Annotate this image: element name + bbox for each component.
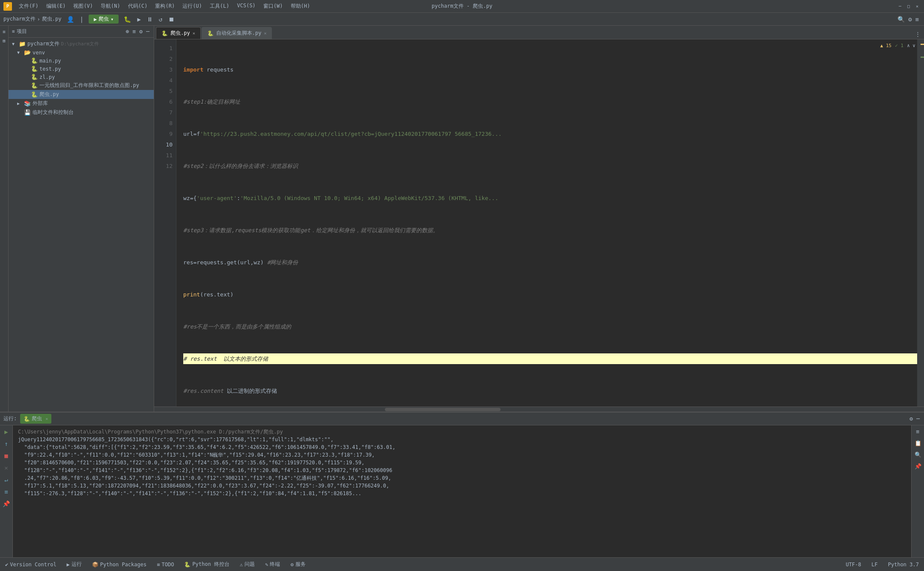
tab-crawler[interactable]: 🐍 爬虫.py ✕ <box>156 27 201 39</box>
hscroll-thumb[interactable] <box>385 408 501 411</box>
tree-zl-py[interactable]: 🐍 zl.py <box>9 73 154 81</box>
status-encoding[interactable]: UTF-8 <box>844 561 863 568</box>
status-run[interactable]: ▶ 运行 <box>65 560 83 569</box>
comment-10: # res.text 以文本的形式存储 <box>183 353 268 364</box>
run-output[interactable]: C:\Users\jenny\AppData\Local\Programs\Py… <box>13 425 911 557</box>
code-content[interactable]: import requests #step1:确定目标网址 url=f'http… <box>176 39 917 407</box>
run-button[interactable]: ▶ 爬虫 ▾ <box>89 15 119 24</box>
status-services[interactable]: ⚙ 服务 <box>289 560 307 569</box>
run-settings-icon[interactable]: ⚙ <box>909 415 914 423</box>
pause-icon[interactable]: ⏹ <box>167 15 176 24</box>
status-version-control[interactable]: ✔ Version Control <box>3 561 58 568</box>
tab-options[interactable]: ⋮ <box>912 29 924 39</box>
panel-collapse-icon[interactable]: ≡ <box>132 27 137 36</box>
tree-main-py[interactable]: 🐍 main.py <box>9 57 154 65</box>
code-text: requests <box>203 64 233 75</box>
run-output-line-1: jQuery1124020177006179756685_17236506318… <box>18 436 906 443</box>
run-stop-icon[interactable]: ■ <box>3 451 9 460</box>
comment-4: #step2：以什么样的身份去请求：浏览器标识 <box>183 161 298 171</box>
panel-settings-icon[interactable]: ⚙ <box>138 27 143 36</box>
toolbar-icon-1[interactable]: 👤 <box>65 15 76 24</box>
run-left-controls: ▶ ↑ ■ ✕ ↵ ≡ 📌 <box>0 425 13 557</box>
run-play-icon[interactable]: ▶ <box>3 427 9 436</box>
breadcrumb: pycharm文件 › 爬虫.py <box>3 15 62 23</box>
code-line-6: #step3：请求数据,requests模块的获取功能get．给定网址和身份，就… <box>183 225 917 236</box>
tab-close-1[interactable]: ✕ <box>193 31 195 36</box>
tree-crawler-py[interactable]: 🐍 爬虫.py <box>9 90 154 99</box>
run-wrap-icon[interactable]: ↵ <box>3 475 9 484</box>
stop-icon[interactable]: ⏸ <box>145 15 155 24</box>
run-pin-icon[interactable]: 📌 <box>1 499 11 508</box>
menu-view[interactable]: 视图(V) <box>70 1 96 11</box>
run-right-icon-2[interactable]: 📋 <box>913 439 923 448</box>
debug-icon[interactable]: 🐛 <box>122 15 133 24</box>
tree-root[interactable]: ▼ 📁 pycharm文件 D:\pycharm文件 <box>9 39 154 48</box>
line-num-3: 3 <box>154 64 173 75</box>
menu-vcs[interactable]: VCS(S) <box>234 1 259 11</box>
status-python-version[interactable]: Python 3.7 <box>886 561 921 568</box>
tree-venv-label: venv <box>33 50 45 56</box>
menu-run[interactable]: 运行(U) <box>179 1 206 11</box>
file-panel: ≡ 项目 ⊕ ≡ ⚙ ─ ▼ 📁 pycharm文件 D:\pycharm文件 <box>9 26 154 412</box>
file-tree: ▼ 📁 pycharm文件 D:\pycharm文件 ▼ 📂 venv 🐍 ma… <box>9 38 154 412</box>
code-line-4: #step2：以什么样的身份去请求：浏览器标识 <box>183 161 917 171</box>
code-str-3: 'https://23.push2.eastmoney.com/api/qt/c… <box>200 129 501 139</box>
tab-icon-1: 🐍 <box>161 30 168 36</box>
gutter-mark-1 <box>921 44 924 45</box>
menu-code[interactable]: 代码(C) <box>125 1 151 11</box>
status-python-console[interactable]: 🐍 Python 终控台 <box>182 560 231 569</box>
outer-sidebar-icon-2[interactable]: ⊞ <box>3 36 6 45</box>
outer-sidebar-icon-1[interactable]: ≡ <box>3 27 6 36</box>
status-todo[interactable]: ≡ TODO <box>155 561 176 568</box>
run-scroll-icon[interactable]: ↑ <box>3 439 9 448</box>
menu-file[interactable]: 文件(F) <box>15 1 42 11</box>
status-terminal[interactable]: ✎ 终端 <box>263 560 282 569</box>
panel-sync-icon[interactable]: ⊕ <box>125 27 130 36</box>
tree-scatter-py[interactable]: 🐍 一元线性回归_工作年限和工资的散点图.py <box>9 81 154 90</box>
line-num-1: 1 <box>154 43 173 54</box>
panel-title: 项目 <box>17 28 123 35</box>
play-icon[interactable]: ▶ <box>135 15 142 24</box>
status-problems[interactable]: ⚠ 问题 <box>238 560 256 569</box>
code-line-1: import requests <box>183 64 917 75</box>
tree-temp-files[interactable]: 💾 临时文件和控制台 <box>9 108 154 117</box>
status-python-packages[interactable]: 📦 Python Packages <box>90 561 148 568</box>
close-button[interactable]: ✕ <box>914 3 921 10</box>
reload-icon[interactable]: ↺ <box>157 15 164 24</box>
run-minimize-icon[interactable]: ─ <box>915 415 921 423</box>
global-search-icon[interactable]: 🔍 <box>896 15 906 24</box>
menu-window[interactable]: 窗口(W) <box>260 1 286 11</box>
tree-test-py[interactable]: 🐍 test.py <box>9 65 154 73</box>
tree-venv[interactable]: ▼ 📂 venv <box>9 48 154 57</box>
code-text-11: 以二进制的形式存储 <box>224 386 277 396</box>
tab-autoscript[interactable]: 🐍 自动化采集脚本.py ✕ <box>202 27 272 39</box>
line-num-7: 7 <box>154 107 173 118</box>
menu-refactor[interactable]: 重构(R) <box>152 1 178 11</box>
menu-help[interactable]: 帮助(H) <box>287 1 314 11</box>
run-label-header: 运行: <box>3 415 17 422</box>
menu-nav[interactable]: 导航(N) <box>97 1 124 11</box>
panel-close-icon[interactable]: ─ <box>145 27 150 36</box>
run-close-icon[interactable]: ✕ <box>3 463 9 472</box>
tab-label-1: 爬虫.py <box>170 30 190 37</box>
breadcrumb-icon[interactable]: ≡ <box>914 15 921 24</box>
line-sep-label: LF <box>871 562 877 568</box>
hscroll[interactable] <box>154 407 924 412</box>
lib-icon: 📚 <box>24 100 31 107</box>
run-tab-active[interactable]: 🐍 爬虫 ✕ <box>20 414 51 424</box>
status-line-sep[interactable]: LF <box>870 561 879 568</box>
maximize-button[interactable]: □ <box>905 3 912 10</box>
run-right-icon-3[interactable]: 🔍 <box>913 450 923 459</box>
run-settings-icon-2[interactable]: ≡ <box>3 487 9 496</box>
menu-tools[interactable]: 工具(L) <box>206 1 233 11</box>
tab-close-2[interactable]: ✕ <box>264 31 266 36</box>
menu-edit[interactable]: 编辑(E) <box>43 1 69 11</box>
run-right-icon-4[interactable]: 📌 <box>913 462 923 471</box>
run-body: ▶ ↑ ■ ✕ ↵ ≡ 📌 C:\Users\jenny\AppData\Loc… <box>0 425 924 557</box>
minimize-button[interactable]: ─ <box>897 3 903 10</box>
settings-icon[interactable]: ⚙ <box>906 15 913 24</box>
tree-external-lib[interactable]: ▶ 📚 外部库 <box>9 99 154 108</box>
run-right-icon-1[interactable]: ≡ <box>915 427 921 436</box>
run-tab-close[interactable]: ✕ <box>45 416 48 421</box>
code-text-5b: : <box>237 193 240 203</box>
